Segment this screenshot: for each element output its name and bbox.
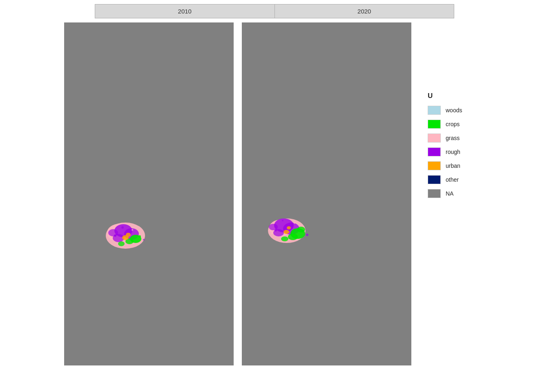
svg-point-10 — [126, 233, 131, 237]
legend-label-crops: crops — [446, 121, 460, 127]
cluster-2020 — [264, 212, 313, 247]
svg-point-32 — [306, 234, 308, 236]
legend-item-grass: grass — [428, 134, 477, 143]
legend-label-woods: woods — [446, 107, 462, 114]
svg-point-30 — [302, 230, 304, 232]
content-row: U woods crops grass rough urban — [64, 22, 485, 365]
header-row: 2010 2020 — [95, 4, 454, 18]
legend-label-grass: grass — [446, 135, 460, 141]
svg-point-14 — [143, 239, 145, 241]
legend-swatch-rough — [428, 147, 441, 156]
svg-point-24 — [288, 234, 298, 240]
legend-label-na: NA — [446, 190, 453, 197]
map-2020 — [242, 22, 411, 365]
svg-point-5 — [108, 229, 118, 236]
svg-point-11 — [114, 234, 116, 237]
legend-item-other: other — [428, 175, 477, 184]
legend-swatch-na — [428, 189, 441, 198]
svg-point-12 — [138, 235, 141, 238]
legend-label-other: other — [446, 176, 459, 183]
legend-title: U — [428, 92, 477, 100]
header-2020: 2020 — [275, 4, 454, 18]
svg-point-29 — [274, 229, 277, 232]
svg-point-15 — [121, 226, 124, 229]
legend-item-rough: rough — [428, 147, 477, 156]
svg-point-16 — [132, 229, 133, 231]
svg-point-27 — [283, 230, 289, 234]
legend-label-rough: rough — [446, 149, 460, 155]
header-2010: 2010 — [95, 4, 275, 18]
main-container: 2010 2020 — [0, 0, 549, 365]
legend-item-crops: crops — [428, 120, 477, 129]
legend-swatch-woods — [428, 106, 441, 115]
legend-item-woods: woods — [428, 106, 477, 115]
svg-point-33 — [282, 220, 283, 221]
legend-swatch-crops — [428, 120, 441, 129]
cluster-2010 — [103, 218, 150, 251]
legend-item-urban: urban — [428, 161, 477, 170]
legend-swatch-grass — [428, 134, 441, 143]
svg-point-8 — [118, 241, 125, 246]
legend-swatch-other — [428, 175, 441, 184]
svg-point-31 — [271, 233, 272, 234]
legend-label-urban: urban — [446, 163, 460, 169]
svg-point-25 — [281, 236, 288, 241]
svg-point-13 — [110, 238, 112, 240]
legend-item-na: NA — [428, 189, 477, 198]
legend: U woods crops grass rough urban — [420, 88, 485, 207]
svg-point-28 — [287, 226, 291, 229]
map-2010 — [64, 22, 234, 365]
legend-swatch-urban — [428, 161, 441, 170]
svg-point-34 — [294, 222, 295, 224]
